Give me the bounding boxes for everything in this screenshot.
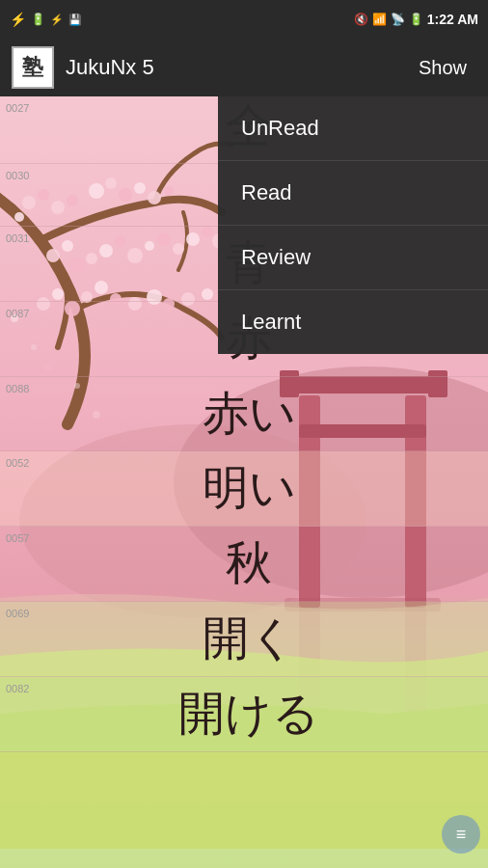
dropdown-item-read[interactable]: Read <box>218 161 488 226</box>
title-left: 塾 JukuNx 5 <box>12 46 154 89</box>
signal-icon: 📡 <box>391 13 405 26</box>
usb-icon: ⚡ <box>10 12 26 27</box>
status-left-icons: ⚡ 🔋 ⚡ 💾 <box>10 12 82 27</box>
mute-icon: 🔇 <box>354 13 368 26</box>
battery-icon: 🔋 <box>409 13 423 26</box>
app-title: JukuNx 5 <box>66 55 154 80</box>
status-bar: ⚡ 🔋 ⚡ 💾 🔇 📶 📡 🔋 1:22 AM <box>0 0 488 39</box>
title-bar: 塾 JukuNx 5 Show <box>0 39 488 96</box>
status-right: 🔇 📶 📡 🔋 1:22 AM <box>354 12 478 27</box>
wifi-icon: 📶 <box>372 13 387 26</box>
dropdown-backdrop[interactable] <box>0 96 218 868</box>
dropdown-item-learnt[interactable]: Learnt <box>218 290 488 354</box>
dropdown-menu: UnRead Read Review Learnt <box>218 96 488 354</box>
battery-full-icon: 🔋 <box>31 13 45 26</box>
sdcard-icon: 💾 <box>68 14 82 26</box>
battery-charge-icon: ⚡ <box>50 14 64 26</box>
dropdown-item-unread[interactable]: UnRead <box>218 96 488 161</box>
status-time: 1:22 AM <box>427 12 478 27</box>
dropdown-item-review[interactable]: Review <box>218 226 488 290</box>
main-content: 0027 全 0030 0031 青 0087 赤 0088 赤い 0052 明… <box>0 96 488 868</box>
show-button[interactable]: Show <box>409 52 476 84</box>
app-logo: 塾 <box>12 46 54 89</box>
dropdown-overlay[interactable]: UnRead Read Review Learnt <box>0 96 488 868</box>
